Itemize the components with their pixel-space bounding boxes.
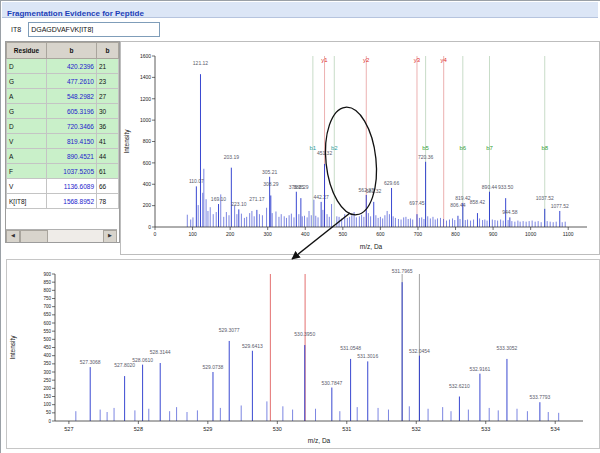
ion-marker-label: y3 xyxy=(414,57,421,63)
y-tick-label: 650 xyxy=(43,312,51,317)
table-row[interactable]: F1037.520561 xyxy=(7,164,119,179)
scrollbar-thumb[interactable] xyxy=(20,230,48,243)
residue-cell[interactable]: V xyxy=(7,179,47,194)
residue-cell[interactable]: D xyxy=(7,119,47,134)
table-row[interactable]: A548.298227 xyxy=(7,89,119,104)
y-tick-label: 400 xyxy=(143,181,152,187)
residue-cell[interactable]: K[IT8] xyxy=(7,194,47,209)
y-tick-label: 0 xyxy=(148,224,151,230)
b-ion-cell-2[interactable]: 30 xyxy=(97,104,119,119)
column-header-b: b xyxy=(47,43,97,59)
scroll-left-icon[interactable]: ◀ xyxy=(6,230,20,243)
y-tick-label: 150 xyxy=(43,394,51,399)
main-spectrum-panel[interactable]: y1y2y3y4b1b2b5b6b7b8110.07121.12169.1020… xyxy=(120,41,600,255)
x-tick-label: 528 xyxy=(134,426,143,432)
b-ion-cell-2[interactable]: 44 xyxy=(97,149,119,164)
residue-cell[interactable]: D xyxy=(7,59,47,74)
table-row[interactable]: G477.261023 xyxy=(7,74,119,89)
table-row[interactable]: V1136.608966 xyxy=(7,179,119,194)
table-row[interactable]: D420.239621 xyxy=(7,59,119,74)
residue-table: Residuebb D420.239621G477.261023A548.298… xyxy=(6,42,119,209)
b-ion-cell[interactable]: 420.2396 xyxy=(47,59,97,74)
x-tick-label: 900 xyxy=(489,231,498,237)
b-ion-cell-2[interactable]: 41 xyxy=(97,134,119,149)
x-tick-label: 400 xyxy=(301,231,310,237)
peak-label: 169.10 xyxy=(211,196,227,202)
table-row[interactable]: G605.319630 xyxy=(7,104,119,119)
main-spectrum-chart[interactable]: y1y2y3y4b1b2b5b6b7b8110.07121.12169.1020… xyxy=(121,42,597,252)
b-ion-cell[interactable]: 1136.6089 xyxy=(47,179,97,194)
x-tick-label: 531 xyxy=(342,426,351,432)
zoom-spectrum-chart[interactable]: 527.3068527.8020528.0610528.3144529.0738… xyxy=(7,260,597,446)
peak-label: 933.50 xyxy=(498,184,514,190)
peak-label: 271.17 xyxy=(249,196,265,202)
column-header-b: b xyxy=(97,43,119,59)
b-ion-cell-2[interactable]: 36 xyxy=(97,119,119,134)
peak-label: 530.7847 xyxy=(321,380,342,386)
b-ion-cell[interactable]: 819.4150 xyxy=(47,134,97,149)
scrollbar-track[interactable] xyxy=(48,231,103,242)
peak-label: 944.58 xyxy=(502,209,518,215)
y-tick-label: 750 xyxy=(43,296,51,301)
table-row[interactable]: K[IT8]1568.895278 xyxy=(7,194,119,209)
y-tick-label: 200 xyxy=(43,386,51,391)
peptide-sequence-input[interactable] xyxy=(28,22,160,37)
peak-label: 529.3077 xyxy=(219,327,240,333)
b-ion-cell-2[interactable]: 61 xyxy=(97,164,119,179)
x-axis-title: m/z, Da xyxy=(360,243,383,250)
table-row[interactable]: A890.452144 xyxy=(7,149,119,164)
b-ion-cell[interactable]: 477.2610 xyxy=(47,74,97,89)
y-tick-label: 600 xyxy=(43,321,51,326)
peak-label: 442.27 xyxy=(313,194,329,200)
y-tick-label: 900 xyxy=(43,272,51,277)
ion-marker-label: y4 xyxy=(441,57,448,63)
scroll-right-icon[interactable]: ▶ xyxy=(103,230,117,243)
b-ion-cell[interactable]: 1037.5205 xyxy=(47,164,97,179)
y-tick-label: 400 xyxy=(43,353,51,358)
b-ion-cell-2[interactable]: 21 xyxy=(97,59,119,74)
residue-cell[interactable]: A xyxy=(7,89,47,104)
b-ion-cell[interactable]: 1568.8952 xyxy=(47,194,97,209)
ion-marker-label: y2 xyxy=(363,57,370,63)
residue-cell[interactable]: F xyxy=(7,164,47,179)
b-ion-cell-2[interactable]: 27 xyxy=(97,89,119,104)
table-row[interactable]: D720.346636 xyxy=(7,119,119,134)
peak-label: 582.32 xyxy=(366,188,382,194)
b-ion-cell-2[interactable]: 66 xyxy=(97,179,119,194)
x-tick-label: 532 xyxy=(412,426,421,432)
x-tick-label: 527 xyxy=(64,426,73,432)
y-axis-title: Intensity xyxy=(123,129,131,154)
ion-marker-label: y1 xyxy=(321,57,328,63)
b-ion-cell[interactable]: 720.3466 xyxy=(47,119,97,134)
residue-cell[interactable]: V xyxy=(7,134,47,149)
y-tick-label: 600 xyxy=(143,160,152,166)
table-row[interactable]: V819.415041 xyxy=(7,134,119,149)
peak-label: 629.66 xyxy=(384,180,400,186)
peak-label: 223.10 xyxy=(231,201,247,207)
peak-label: 819.42 xyxy=(455,195,471,201)
x-tick-label: 530 xyxy=(273,426,282,432)
peptide-tag-label: IT8 xyxy=(8,25,24,34)
y-tick-label: 350 xyxy=(43,361,51,366)
ion-marker-label: b5 xyxy=(422,145,429,151)
zoom-spectrum-panel[interactable]: 527.3068527.8020528.0610528.3144529.0738… xyxy=(6,259,600,449)
window-title: Fragmentation Evidence for Peptide xyxy=(2,6,144,21)
y-tick-label: 100 xyxy=(43,402,51,407)
peak-label: 529.0738 xyxy=(203,364,224,370)
residue-cell[interactable]: G xyxy=(7,104,47,119)
y-tick-label: 850 xyxy=(43,280,51,285)
peak-label: 527.3068 xyxy=(80,359,101,365)
peak-label: 1077.52 xyxy=(551,203,569,209)
b-ion-cell[interactable]: 548.2982 xyxy=(47,89,97,104)
peak-label: 388.29 xyxy=(293,184,309,190)
b-ion-cell[interactable]: 890.4521 xyxy=(47,149,97,164)
b-ion-cell-2[interactable]: 23 xyxy=(97,74,119,89)
residue-cell[interactable]: A xyxy=(7,149,47,164)
y-tick-label: 500 xyxy=(43,337,51,342)
peak-label: 530.3950 xyxy=(294,331,315,337)
b-ion-cell-2[interactable]: 78 xyxy=(97,194,119,209)
table-horizontal-scrollbar[interactable]: ◀ ▶ xyxy=(6,229,117,242)
b-ion-cell[interactable]: 605.3196 xyxy=(47,104,97,119)
y-tick-label: 450 xyxy=(43,345,51,350)
residue-cell[interactable]: G xyxy=(7,74,47,89)
